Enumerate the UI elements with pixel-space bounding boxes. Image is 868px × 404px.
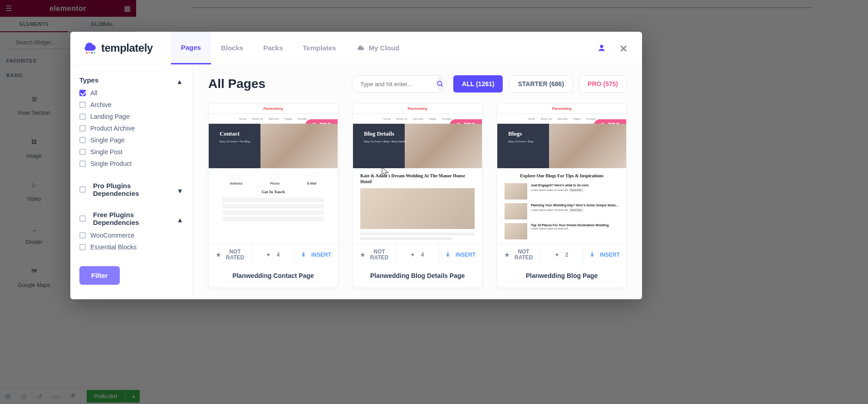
card-footer: ★ NOTRATED ♥2 ⬇INSERT	[497, 243, 626, 266]
templately-modal: templately Pages Blocks Packs Templates …	[70, 32, 642, 299]
checkbox-icon	[79, 161, 86, 167]
pro-plugins-group-header[interactable]: Pro Plugins Dependencies ▾	[79, 178, 183, 201]
insert-button[interactable]: ⬇INSERT	[439, 244, 482, 266]
page-title: All Pages	[208, 77, 265, 91]
tab-blocks[interactable]: Blocks	[211, 32, 253, 64]
filter-pill-pro[interactable]: PRO (575)	[579, 75, 627, 92]
checkbox-icon	[79, 125, 86, 131]
cloud-logo-icon	[83, 41, 97, 55]
checkbox-icon	[79, 102, 86, 108]
heart-icon: ♥	[411, 252, 417, 258]
template-grid: Planwedding HomeAbout UsServicesPagesCon…	[208, 103, 627, 288]
tab-packs[interactable]: Packs	[253, 32, 293, 64]
svg-point-3	[93, 52, 95, 54]
template-thumbnail: Planwedding HomeAbout UsServicesPagesCon…	[209, 104, 338, 243]
types-group-header[interactable]: Types ▴	[79, 73, 183, 88]
results-panel: All Pages ALL (1261) STARTER (686) PRO (…	[193, 64, 642, 299]
star-icon: ★	[360, 252, 367, 258]
results-toolbar: All Pages ALL (1261) STARTER (686) PRO (…	[208, 75, 627, 92]
insert-button[interactable]: ⬇INSERT	[294, 244, 338, 266]
checkbox-icon	[79, 137, 86, 143]
modal-header: templately Pages Blocks Packs Templates …	[70, 32, 642, 64]
search-input[interactable]	[360, 81, 436, 88]
download-icon: ⬇	[590, 252, 596, 258]
svg-point-2	[91, 52, 93, 54]
filter-pill-all[interactable]: ALL (1261)	[453, 75, 503, 92]
type-option-single-product[interactable]: Single Product	[79, 160, 183, 167]
type-option-landing[interactable]: Landing Page	[79, 113, 183, 120]
heart-icon: ♥	[555, 252, 562, 258]
heart-icon: ♥	[267, 252, 273, 258]
like-button[interactable]: ♥4	[251, 244, 294, 266]
free-plugins-group-header[interactable]: Free Plugins Dependencies ▴	[79, 207, 183, 230]
like-button[interactable]: ♥2	[540, 244, 583, 266]
checkbox-icon	[79, 186, 86, 193]
filter-pill-starter[interactable]: STARTER (686)	[509, 75, 573, 92]
svg-point-0	[86, 52, 88, 54]
filter-sidebar: Types ▴ All Archive Landing Page Product…	[70, 64, 193, 299]
type-option-single-post[interactable]: Single Post	[79, 148, 183, 156]
template-name: Planwedding Blog Page	[497, 266, 626, 287]
template-name: Planwedding Contact Page	[209, 266, 338, 287]
template-thumbnail: Planwedding HomeAbout UsServicesPagesCon…	[497, 104, 626, 243]
checkbox-icon	[79, 90, 86, 96]
template-name: Planwedding Blog Details Page	[353, 266, 482, 287]
template-thumbnail: Planwedding HomeAbout UsServicesPagesCon…	[353, 104, 482, 243]
template-card[interactable]: Planwedding HomeAbout UsServicesPagesCon…	[208, 103, 338, 288]
download-icon: ⬇	[301, 252, 308, 258]
card-footer: ★ NOTRATED ♥4 ⬇INSERT	[353, 243, 482, 266]
user-icon[interactable]	[597, 43, 607, 53]
free-plugin-essential-blocks[interactable]: Essential Blocks	[79, 243, 183, 251]
checkbox-icon	[79, 244, 86, 250]
like-button[interactable]: ♥4	[396, 244, 439, 266]
type-option-archive[interactable]: Archive	[79, 101, 183, 108]
chevron-up-icon: ▴	[178, 78, 183, 83]
type-option-product-archive[interactable]: Product Archive	[79, 125, 183, 132]
tab-templates[interactable]: Templates	[293, 32, 346, 64]
template-card[interactable]: Planwedding HomeAbout UsServicesPagesCon…	[497, 103, 627, 288]
template-search	[352, 75, 447, 92]
card-footer: ★ NOTRATED ♥4 ⬇INSERT	[209, 243, 338, 266]
template-card[interactable]: Planwedding HomeAbout UsServicesPagesCon…	[353, 103, 482, 288]
type-option-single-page[interactable]: Single Page	[79, 136, 183, 144]
chevron-up-icon: ▴	[178, 216, 183, 221]
star-icon: ★	[216, 252, 222, 258]
templately-logo[interactable]: templately	[83, 41, 153, 55]
checkbox-icon	[79, 149, 86, 155]
filter-button[interactable]: Filter	[79, 266, 120, 285]
tab-pages[interactable]: Pages	[171, 32, 211, 64]
cloud-icon	[356, 44, 364, 52]
close-icon[interactable]: ✕	[619, 43, 629, 53]
search-button[interactable]	[436, 77, 444, 91]
templately-brand-text: templately	[101, 42, 153, 54]
svg-point-1	[88, 52, 90, 54]
chevron-down-icon: ▾	[178, 187, 183, 192]
type-option-all[interactable]: All	[79, 89, 183, 97]
rate-button[interactable]: ★ NOTRATED	[353, 244, 396, 266]
checkbox-icon	[79, 215, 86, 222]
free-plugin-woocommerce[interactable]: WooCommerce	[79, 232, 183, 239]
tab-my-cloud[interactable]: My Cloud	[346, 32, 410, 64]
checkbox-icon	[79, 232, 86, 239]
insert-button[interactable]: ⬇INSERT	[583, 244, 626, 266]
checkbox-icon	[79, 113, 86, 120]
rate-button[interactable]: ★ NOTRATED	[497, 244, 540, 266]
rate-button[interactable]: ★ NOTRATED	[209, 244, 251, 266]
download-icon: ⬇	[446, 252, 452, 258]
star-icon: ★	[505, 252, 511, 258]
modal-nav: Pages Blocks Packs Templates My Cloud	[171, 32, 409, 64]
